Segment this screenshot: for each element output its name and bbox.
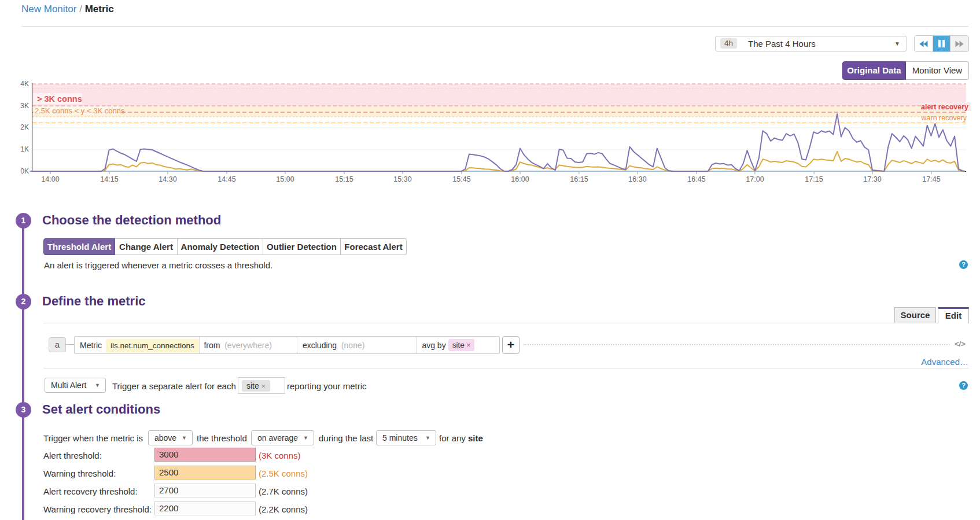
svg-text:15:15: 15:15 [335,175,353,183]
svg-text:16:45: 16:45 [687,175,705,183]
svg-text:3K: 3K [20,102,29,110]
svg-text:14:00: 14:00 [41,175,59,183]
svg-text:16:15: 16:15 [570,175,588,183]
svg-text:2K: 2K [20,123,29,131]
svg-text:2.5K conns < y < 3K conns: 2.5K conns < y < 3K conns [35,106,125,115]
svg-text:1K: 1K [20,145,29,153]
svg-text:> 3K conns: > 3K conns [37,94,82,104]
svg-text:15:30: 15:30 [393,175,411,183]
svg-text:warn recovery: warn recovery [921,114,967,122]
svg-text:16:00: 16:00 [511,175,529,183]
svg-text:15:00: 15:00 [276,175,294,183]
svg-text:14:15: 14:15 [100,175,118,183]
svg-text:17:15: 17:15 [805,175,823,183]
svg-text:15:45: 15:45 [452,175,470,183]
svg-text:0K: 0K [20,167,29,175]
svg-text:17:45: 17:45 [922,175,940,183]
svg-text:16:30: 16:30 [628,175,646,183]
svg-text:17:30: 17:30 [863,175,881,183]
svg-text:14:45: 14:45 [218,175,235,183]
svg-text:4K: 4K [20,80,29,88]
svg-text:17:00: 17:00 [746,175,764,183]
svg-text:alert recovery: alert recovery [921,103,968,111]
svg-text:14:30: 14:30 [159,175,176,183]
